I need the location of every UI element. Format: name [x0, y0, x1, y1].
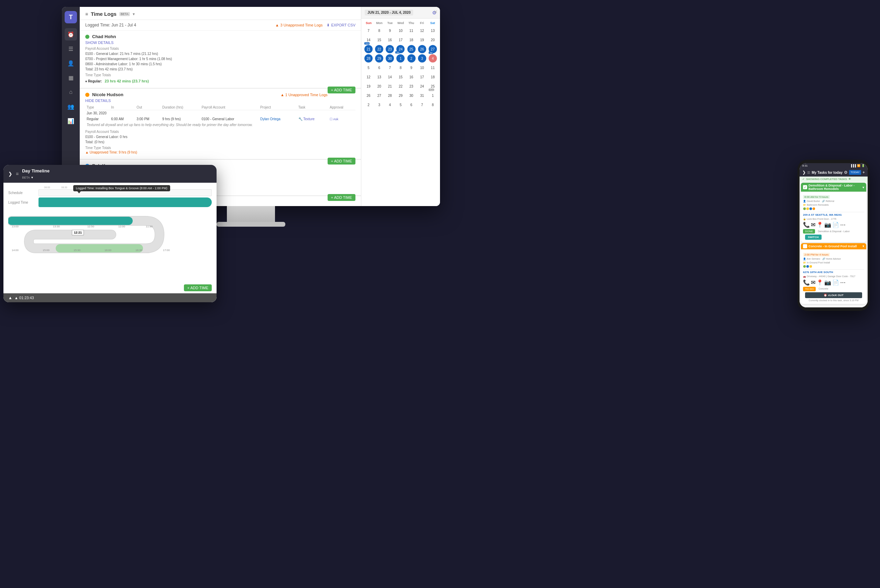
more-icon-2[interactable]: ⋯ [840, 279, 845, 286]
cal-day-27b[interactable]: 27 [375, 92, 383, 100]
dropdown-icon[interactable]: ▾ [133, 12, 135, 16]
cal-day-22[interactable]: 22 [375, 45, 383, 53]
cal-day-23b[interactable]: 23 [407, 82, 415, 90]
cal-day-8c[interactable]: 8 [429, 100, 437, 109]
cal-day-16b[interactable]: 16 [407, 73, 415, 81]
cal-day-14b[interactable]: 14 [386, 73, 394, 81]
sidebar-item-home[interactable]: ⌂ [65, 86, 77, 98]
cal-day-21b[interactable]: 21 [386, 82, 394, 90]
map-icon-2[interactable]: 📍 [817, 279, 823, 286]
cal-day-8[interactable]: 8 [375, 27, 383, 35]
phone-nav-arrow[interactable]: ❯ [802, 170, 806, 175]
add-time-chad[interactable]: + ADD TIME [328, 87, 355, 93]
cal-day-13[interactable]: 13 [429, 27, 437, 35]
cal-day-5c[interactable]: 5 [396, 100, 405, 109]
photo-icon[interactable]: 📷 [824, 222, 831, 228]
cal-day-25[interactable]: 25 [407, 45, 415, 53]
hide-details-nicole[interactable]: HIDE DETAILS [85, 99, 355, 103]
cal-day-26[interactable]: 26 [418, 45, 426, 53]
todo-badge-concrete[interactable]: TO DO [803, 287, 816, 291]
cal-day-26b[interactable]: 26 [364, 92, 373, 100]
cal-day-7c[interactable]: 7 [418, 100, 426, 109]
cal-day-29b[interactable]: 29 [396, 92, 405, 100]
sidebar-item-user[interactable]: 👤 [65, 57, 77, 69]
cal-day-24b[interactable]: 24 [418, 82, 426, 90]
cal-day-19b[interactable]: 19 [364, 82, 373, 90]
cal-day-15[interactable]: 15 [375, 36, 383, 44]
cal-day-23[interactable]: 23 [386, 45, 394, 53]
approval-ask[interactable]: ☐ Ask [329, 117, 338, 121]
cal-day-30b[interactable]: 30 [407, 92, 415, 100]
cal-day-10[interactable]: 10 [396, 27, 405, 35]
phone-filter-icon[interactable]: ⚙ [844, 170, 848, 175]
task-address-concrete[interactable]: 6276 18TH AVE SOUTH [803, 271, 864, 274]
switch-button-demolition[interactable]: SWITCH [805, 235, 821, 240]
cal-day-4c[interactable]: 4 [386, 100, 394, 109]
cal-day-20b[interactable]: 20 [375, 82, 383, 90]
cal-day-17[interactable]: 17 [396, 36, 405, 44]
cal-day-21[interactable]: Jun 21 [364, 45, 373, 53]
sidebar-item-chart[interactable]: 📊 [65, 115, 77, 127]
cal-day-20[interactable]: 20 [429, 36, 437, 44]
task-checkbox-concrete[interactable] [803, 244, 807, 248]
add-time-nicole[interactable]: + ADD TIME [328, 158, 355, 165]
done-badge-demolition[interactable]: DONE [803, 229, 815, 234]
cal-day-16[interactable]: 16 [386, 36, 394, 44]
cal-day-jul2[interactable]: 2 [407, 54, 415, 63]
cal-day-jul1[interactable]: Jul 1 [396, 54, 405, 63]
cal-day-22b[interactable]: 22 [396, 82, 405, 90]
app-logo[interactable]: T [65, 11, 77, 23]
tablet-add-time-button[interactable]: + ADD TIME [184, 284, 212, 291]
cal-day-19[interactable]: 19 [418, 36, 426, 44]
cal-day-8b[interactable]: 8 [396, 63, 405, 72]
cal-day-6b[interactable]: 6 [375, 63, 383, 72]
cal-day-11[interactable]: 11 [407, 27, 415, 35]
cal-day-10b[interactable]: 10 [418, 63, 426, 72]
cal-day-31b[interactable]: 31 [418, 92, 426, 100]
cal-day-7[interactable]: 7 [364, 27, 373, 35]
cal-day-29[interactable]: 29 [375, 54, 383, 63]
logged-time-bar-main[interactable] [39, 198, 168, 207]
export-csv-button[interactable]: ⬇ EXPORT CSV [326, 23, 355, 27]
sidebar-item-list[interactable]: ☰ [65, 43, 77, 55]
cal-day-9[interactable]: 9 [386, 27, 394, 35]
cal-day-11b[interactable]: 11 [429, 63, 437, 72]
cal-day-6c[interactable]: 6 [407, 100, 415, 109]
more-icon[interactable]: ⋯ [840, 222, 845, 228]
sidebar-item-calendar[interactable]: ▦ [65, 72, 77, 84]
cal-day-5b[interactable]: 5 [364, 63, 373, 72]
cal-day-12b[interactable]: 12 [364, 73, 373, 81]
sidebar-item-time[interactable]: ⏰ [65, 28, 77, 40]
doc-icon[interactable]: 📄 [832, 222, 839, 228]
task-dropdown-icon[interactable]: ▾ [862, 186, 864, 189]
phone-today-button[interactable]: TODAY [849, 170, 861, 175]
photo-icon-2[interactable]: 📷 [824, 279, 831, 286]
cal-day-17b[interactable]: 17 [418, 73, 426, 81]
email-icon[interactable]: ✉ [811, 222, 815, 228]
cal-day-15b[interactable]: 15 [396, 73, 405, 81]
cal-day-2c[interactable]: 2 [364, 100, 373, 109]
sidebar-item-team[interactable]: 👥 [65, 100, 77, 112]
show-details-chad[interactable]: SHOW DETAILS [85, 40, 355, 45]
tablet-dropdown-icon[interactable]: ▾ [31, 176, 33, 179]
cal-day-9b[interactable]: 9 [407, 63, 415, 72]
cal-day-7b[interactable]: 7 [386, 63, 394, 72]
cal-day-3c[interactable]: 3 [375, 100, 383, 109]
cal-day-18b[interactable]: 18 [429, 73, 437, 81]
tablet-nav-arrow[interactable]: ❯ [8, 171, 12, 177]
email-icon-2[interactable]: ✉ [811, 279, 815, 286]
unapproved-nicole[interactable]: ▲ 1 Unapproved Time Logs [280, 93, 328, 97]
map-icon[interactable]: 📍 [817, 222, 823, 228]
task-checkbox-demolition[interactable]: ✓ [803, 185, 807, 189]
cal-day-28[interactable]: 28 [364, 54, 373, 63]
cal-day-12[interactable]: 12 [418, 27, 426, 35]
phone-add-icon[interactable]: + [862, 170, 865, 175]
cal-day-18[interactable]: 18 [407, 36, 415, 44]
unapproved-link[interactable]: ▲ 3 Unapproved Time Logs [275, 23, 323, 27]
add-time-bob[interactable]: + ADD TIME [328, 194, 355, 201]
cal-day-aug1[interactable]: Aug 1 [429, 92, 437, 100]
task-address-demolition[interactable]: 209 A ST SEATTLE, WA 98241 [803, 213, 864, 216]
cal-day-30[interactable]: 30 [386, 54, 394, 63]
doc-icon-2[interactable]: 📄 [832, 279, 839, 286]
phone-icon-2[interactable]: 📞 [803, 279, 810, 286]
